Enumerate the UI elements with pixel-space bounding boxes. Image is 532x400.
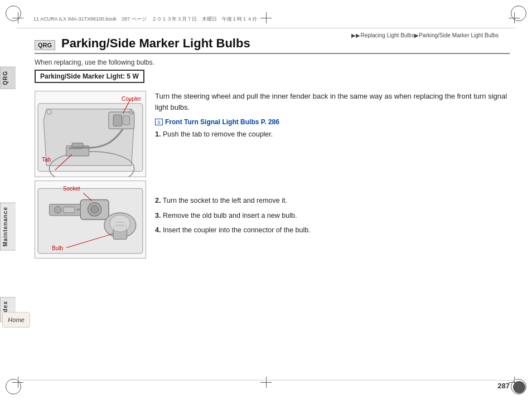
crosshair-bl	[12, 377, 23, 388]
intro-paragraph: Turn the steering wheel and pull the inn…	[155, 91, 510, 113]
svg-point-16	[55, 207, 61, 213]
reference-line: S Front Turn Signal Light Bulbs P. 286	[155, 118, 510, 126]
step-1: 1. Push the tab to remove the coupler.	[155, 129, 510, 140]
top-diagram-svg	[35, 91, 146, 177]
steps-list: 1. Push the tab to remove the coupler. 2…	[155, 129, 510, 236]
subtitle: When replacing, use the following bulbs.	[35, 58, 510, 66]
main-content: Parking/Side Marker Light Bulbs When rep…	[35, 36, 510, 378]
page-number: 287	[497, 382, 510, 390]
crosshair-bc	[260, 377, 272, 388]
sidebar-tab-toc[interactable]: Maintenance	[0, 203, 16, 251]
instructions-column: Turn the steering wheel and pull the inn…	[155, 91, 510, 262]
ref-link[interactable]: Front Turn Signal Light Bulbs P. 286	[165, 118, 279, 126]
ref-icon: S	[155, 119, 163, 125]
tab-label: Tab	[42, 157, 51, 163]
crosshair-tl	[12, 12, 23, 23]
diagram-top: Coupler Tab	[35, 91, 146, 177]
svg-point-14	[91, 206, 99, 213]
sidebar-tab-qrg[interactable]: QRG	[0, 67, 16, 89]
step-3: 3. Remove the old bulb and insert a new …	[155, 211, 510, 221]
svg-rect-17	[64, 207, 75, 213]
diagram-bottom: Socket Bulb	[35, 181, 146, 258]
crosshair-br	[509, 377, 520, 388]
svg-point-20	[110, 215, 130, 232]
two-column-layout: Coupler Tab	[35, 91, 510, 262]
sidebar: QRG Maintenance Index	[0, 67, 16, 322]
home-button[interactable]: Home	[2, 312, 30, 328]
diagrams-column: Coupler Tab	[35, 91, 146, 262]
step-4: 4. Insert the coupler into the connector…	[155, 225, 510, 236]
page-title: Parking/Side Marker Light Bulbs	[35, 36, 510, 54]
crosshair-tr	[509, 12, 520, 23]
bulb-label: Bulb	[52, 245, 63, 251]
bulb-spec-box: Parking/Side Marker Light: 5 W	[35, 70, 144, 83]
coupler-label: Coupler	[122, 96, 141, 102]
book-info: 11 ACURA ILX IMA-31TX86100.book 287 ページ …	[33, 16, 257, 23]
socket-label: Socket	[63, 186, 80, 192]
header-rule	[17, 28, 515, 28]
bottom-rule	[17, 380, 515, 381]
step-2: 2. Turn the socket to the left and remov…	[155, 196, 510, 206]
svg-rect-4	[123, 116, 129, 125]
svg-rect-3	[113, 115, 122, 126]
crosshair-tc	[260, 12, 272, 23]
